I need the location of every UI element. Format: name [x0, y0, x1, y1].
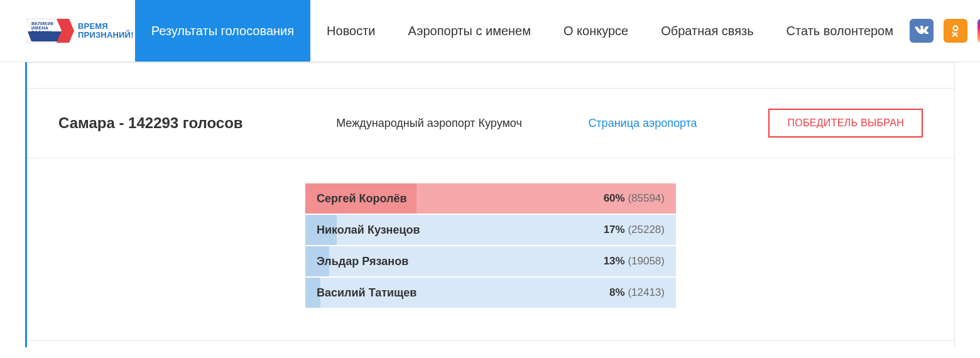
- nav-news[interactable]: Новости: [310, 0, 391, 62]
- result-row: Эльдар Рязанов13% (19058): [305, 246, 676, 278]
- candidate-stat: 13% (19058): [604, 255, 665, 268]
- result-row: Сергей Королёв60% (85594): [305, 183, 676, 215]
- candidate-name: Сергей Королёв: [317, 192, 407, 205]
- result-row: Василий Татищев8% (12413): [305, 278, 676, 309]
- candidate-name: Василий Татищев: [317, 286, 416, 300]
- logo-slogan: ВРЕМЯ ПРИЗНАНИЙ!: [78, 22, 134, 39]
- winner-selected-button[interactable]: ПОБЕДИТЕЛЬ ВЫБРАН: [768, 109, 923, 138]
- result-row: Николай Кузнецов17% (25228): [305, 215, 676, 246]
- candidate-name: Эльдар Рязанов: [317, 255, 408, 268]
- candidate-name: Николай Кузнецов: [317, 224, 420, 237]
- candidate-stat: 60% (85594): [604, 192, 665, 205]
- nav-about[interactable]: О конкурсе: [547, 0, 645, 62]
- vk-icon[interactable]: [910, 19, 934, 43]
- candidate-stat: 17% (25228): [604, 224, 665, 236]
- airport-page-link[interactable]: Страница аэропорта: [548, 117, 737, 130]
- airport-name: Международный аэропорт Курумоч: [310, 117, 548, 130]
- logo-text: ВЕЛИКИЕ ИМЕНА РОССИИ: [31, 21, 54, 35]
- main-nav: Результаты голосования Новости Аэропорты…: [135, 0, 910, 62]
- logo-flag-icon: ВЕЛИКИЕ ИМЕНА РОССИИ: [25, 15, 75, 46]
- site-header: ВЕЛИКИЕ ИМЕНА РОССИИ ВРЕМЯ ПРИЗНАНИЙ! Ре…: [0, 0, 980, 62]
- results-chart: Сергей Королёв60% (85594)Николай Кузнецо…: [305, 183, 676, 309]
- nav-results[interactable]: Результаты голосования: [135, 0, 310, 62]
- nav-volunteer[interactable]: Стать волонтером: [770, 0, 910, 62]
- nav-feedback[interactable]: Обратная связь: [645, 0, 770, 62]
- nav-airports-named[interactable]: Аэропорты с именем: [391, 0, 547, 62]
- result-card: Самара - 142293 голосов Международный аэ…: [25, 62, 955, 347]
- ok-icon[interactable]: [944, 19, 967, 43]
- logo[interactable]: ВЕЛИКИЕ ИМЕНА РОССИИ ВРЕМЯ ПРИЗНАНИЙ!: [25, 15, 134, 46]
- city-title: Самара - 142293 голосов: [58, 114, 310, 132]
- candidate-stat: 8% (12413): [609, 286, 665, 299]
- instagram-icon[interactable]: [977, 19, 980, 43]
- social-links: [910, 19, 980, 43]
- card-header: Самара - 142293 голосов Международный аэ…: [27, 89, 954, 158]
